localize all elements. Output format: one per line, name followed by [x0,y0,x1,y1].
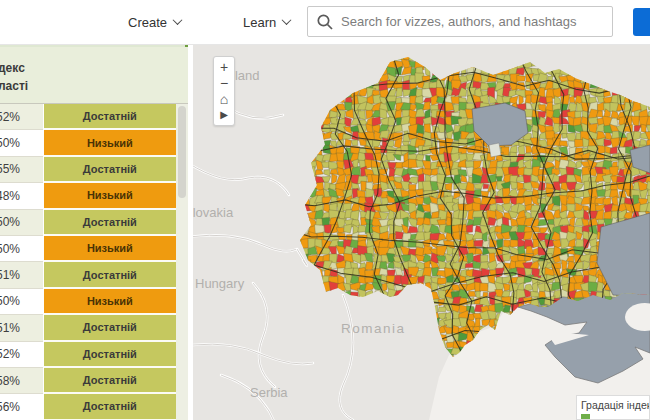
learn-menu-label: Learn [243,15,276,30]
table-row[interactable]: 55%Достатній [0,157,176,183]
zoom-in-button[interactable]: + [214,59,234,75]
index-level-cell[interactable]: Низький [44,130,176,156]
index-level-cell[interactable]: Низький [44,236,176,262]
table-scrollbar-thumb[interactable] [178,106,186,198]
index-level-cell[interactable]: Достатній [44,104,176,130]
legend-title: Градація індексу [581,399,649,411]
tableau-public-app: c Create Learn S декс ласті 52%Достатні [0,0,650,420]
map-legend: Градація індексу [576,395,650,420]
index-percent-cell: 50% [0,130,43,156]
country-label: Serbia [250,385,288,400]
table-row[interactable]: 50%Низький [0,289,176,315]
index-level-cell[interactable]: Достатній [44,342,176,368]
table-rows: 52%Достатній50%Низький55%Достатній48%Низ… [0,104,188,420]
table-header-line2: ласті [0,77,188,95]
create-menu[interactable]: Create [128,15,181,30]
table-row[interactable]: 48%Низький [0,183,176,209]
index-level-cell[interactable]: Достатній [44,315,176,341]
table-row[interactable]: 51%Достатній [0,262,176,288]
table-scrollbar[interactable] [176,104,188,420]
index-percent-cell: 56% [0,394,43,420]
zoom-out-button[interactable]: − [214,75,234,91]
index-percent-cell: 50% [0,289,43,315]
table-row[interactable]: 50%Низький [0,236,176,262]
index-percent-cell: 52% [0,104,43,130]
search-input[interactable] [341,14,604,29]
legend-swatch-green [581,414,590,420]
index-percent-cell: 58% [0,368,43,394]
index-level-cell[interactable]: Достатній [44,368,176,394]
index-level-cell[interactable]: Достатній [44,394,176,420]
index-percent-cell: 51% [0,315,43,341]
country-label: Slovakia [193,205,234,220]
chevron-down-icon [282,15,292,25]
index-level-cell[interactable]: Достатній [44,210,176,236]
table-header-line1: декс [0,59,188,77]
table-row[interactable]: 50%Низький [0,130,176,156]
search-bar[interactable] [307,6,613,37]
chevron-down-icon [173,15,183,25]
expand-tools-button[interactable]: ▶ [214,107,234,123]
index-level-cell[interactable]: Низький [44,289,176,315]
index-percent-cell: 55% [0,157,43,183]
map-zoom-controls: + − ⌂ ▶ [213,56,235,126]
country-label: Hungary [195,276,245,291]
create-menu-label: Create [128,15,167,30]
home-button[interactable]: ⌂ [214,91,234,107]
table-row[interactable]: 52%Достатній [0,104,176,130]
search-icon [316,13,334,31]
table-row[interactable]: 51%Достатній [0,315,176,341]
index-percent-cell: 51% [0,262,43,288]
brand-logo-fragment[interactable]: c [0,12,6,34]
index-level-cell[interactable]: Низький [44,183,176,209]
table-header: декс ласті [0,47,188,104]
sign-in-button[interactable]: S [633,8,650,36]
ukraine-choropleth-map[interactable]: PolandSlovakiaHungaryRomaniaSerbia + − ⌂… [193,45,650,420]
map-canvas[interactable]: PolandSlovakiaHungaryRomaniaSerbia [193,45,650,420]
index-percent-cell: 50% [0,210,43,236]
country-label: Romania [341,321,406,336]
index-percent-cell: 52% [0,342,43,368]
top-nav: c Create Learn S [0,0,650,45]
table-row[interactable]: 56%Достатній [0,394,176,420]
index-level-cell[interactable]: Достатній [44,262,176,288]
learn-menu[interactable]: Learn [243,15,290,30]
index-percent-cell: 50% [0,236,43,262]
table-row[interactable]: 50%Достатній [0,210,176,236]
table-row[interactable]: 58%Достатній [0,368,176,394]
index-table-panel: декс ласті 52%Достатній50%Низький55%Дост… [0,45,193,420]
table-row[interactable]: 52%Достатній [0,342,176,368]
index-level-cell[interactable]: Достатній [44,157,176,183]
index-percent-cell: 48% [0,183,43,209]
